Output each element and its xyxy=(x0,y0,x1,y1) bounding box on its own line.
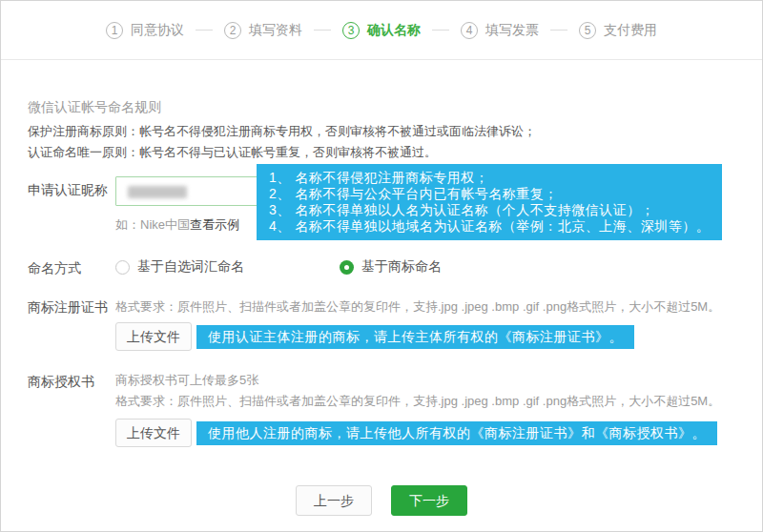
step-5-label: 支付费用 xyxy=(604,22,657,39)
wechat-verification-page: 1 同意协议 2 填写资料 3 确认名称 4 填写发票 5 支付费用 xyxy=(0,0,763,532)
trademark-cert-format-text: 格式要求：原件照片、扫描件或者加盖公章的复印件，支持.jpg .jpeg .bm… xyxy=(115,298,720,316)
step-agree: 1 同意协议 xyxy=(106,22,184,39)
step-3-circle-icon: 3 xyxy=(342,22,360,39)
radio-trademark-label[interactable]: 基于商标命名 xyxy=(361,258,442,276)
nickname-input[interactable] xyxy=(115,176,265,206)
tooltip-rule-3: 3、 名称不得单独以人名为认证名称（个人不支持微信认证）； xyxy=(269,202,710,218)
radio-trademark-selected[interactable] xyxy=(340,260,354,275)
wizard-header: 1 同意协议 2 填写资料 3 确认名称 4 填写发票 5 支付费用 xyxy=(1,1,762,60)
step-confirm-name-active: 3 确认名称 xyxy=(342,22,421,39)
view-example-link[interactable]: 查看示例 xyxy=(190,217,239,232)
nickname-label: 申请认证昵称 xyxy=(28,182,108,199)
step-2-label: 填写资料 xyxy=(249,22,302,39)
step-4-label: 填写发票 xyxy=(485,22,539,39)
step-2-circle-icon: 2 xyxy=(224,22,241,39)
trademark-auth-label: 商标授权书 xyxy=(28,374,94,391)
trademark-auth-format-text: 格式要求：原件照片、扫描件或者加盖公章的复印件，支持.jpg .jpeg .bm… xyxy=(115,393,720,410)
naming-method-label: 命名方式 xyxy=(28,260,81,277)
tooltip-rule-1: 1、 名称不得侵犯注册商标专用权； xyxy=(269,170,710,186)
step-1-circle-icon: 1 xyxy=(106,22,123,39)
step-4-circle-icon: 4 xyxy=(461,22,478,39)
naming-rule-trademark: 保护注册商标原则：帐号名不得侵犯注册商标专用权，否则审核将不被通过或面临法律诉讼… xyxy=(28,123,536,140)
auth-upload-tooltip: 使用他人注册的商标，请上传他人所有权的《商标注册证书》和《商标授权书》。 xyxy=(196,421,717,445)
step-fill-info: 2 填写资料 xyxy=(224,22,302,39)
nickname-example-hint: 如：Nike中国查看示例 xyxy=(115,216,239,234)
step-1-label: 同意协议 xyxy=(131,22,184,39)
upload-cert-button[interactable]: 上传文件 xyxy=(115,322,192,351)
tooltip-rule-4: 4、 名称不得单独以地域名为认证名称（举例：北京、上海、深圳等）。 xyxy=(269,218,710,235)
nickname-rules-tooltip: 1、 名称不得侵犯注册商标专用权； 2、 名称不得与公众平台内已有帐号名称重复；… xyxy=(257,164,722,240)
step-connector xyxy=(432,30,449,31)
previous-step-button[interactable]: 上一步 xyxy=(296,485,372,516)
trademark-auth-limit-text: 商标授权书可上传最多5张 xyxy=(115,372,258,389)
radio-custom-word-label[interactable]: 基于自选词汇命名 xyxy=(137,258,244,276)
naming-rules-title: 微信认证帐号命名规则 xyxy=(28,99,161,116)
example-prefix: 如：Nike中国 xyxy=(115,217,190,232)
step-indicator: 1 同意协议 2 填写资料 3 确认名称 4 填写发票 5 支付费用 xyxy=(106,22,657,39)
trademark-cert-label: 商标注册证书 xyxy=(28,299,108,317)
wizard-footer: 上一步 下一步 xyxy=(1,485,762,516)
step-connector xyxy=(550,30,567,31)
next-step-button[interactable]: 下一步 xyxy=(391,485,467,516)
step-pay: 5 支付费用 xyxy=(579,22,657,39)
step-connector xyxy=(314,30,331,31)
step-invoice: 4 填写发票 xyxy=(461,22,539,39)
upload-auth-button[interactable]: 上传文件 xyxy=(115,419,192,447)
cert-upload-tooltip: 使用认证主体注册的商标，请上传主体所有权的《商标注册证书》。 xyxy=(196,325,634,349)
naming-method-options: 基于自选词汇命名 基于商标命名 xyxy=(115,258,442,276)
step-3-label: 确认名称 xyxy=(367,22,421,39)
step-connector xyxy=(196,30,213,31)
tooltip-rule-2: 2、 名称不得与公众平台内已有帐号名称重复； xyxy=(269,186,710,202)
radio-custom-word[interactable] xyxy=(115,260,130,275)
redacted-value-blur xyxy=(128,186,187,198)
step-5-circle-icon: 5 xyxy=(579,22,596,39)
naming-rule-unique: 认证命名唯一原则：帐号名不得与已认证帐号重复，否则审核将不被通过。 xyxy=(28,144,437,161)
